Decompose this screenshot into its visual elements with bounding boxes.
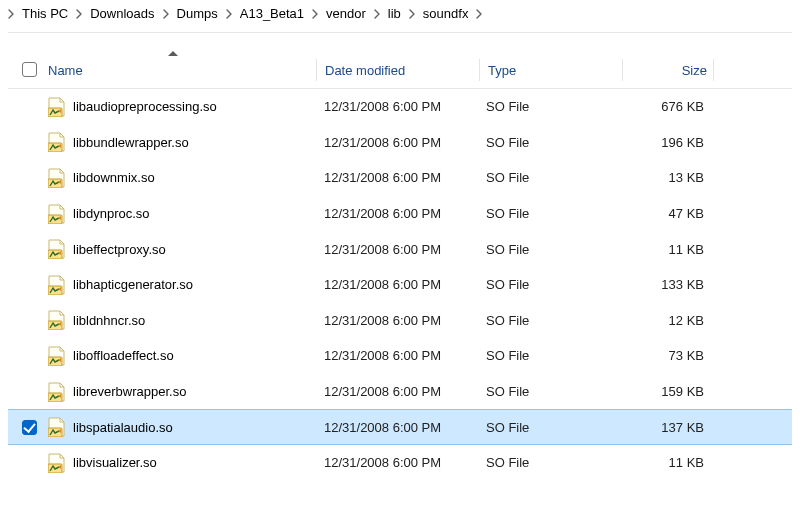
file-type-cell: SO File [478, 242, 620, 257]
breadcrumb[interactable]: This PCDownloadsDumpsA13_Beta1vendorlibs… [0, 0, 800, 28]
chevron-right-icon[interactable] [2, 9, 20, 19]
file-name-label: liboffloadeffect.so [73, 348, 174, 363]
file-name-cell[interactable]: libreverbwrapper.so [48, 382, 316, 402]
row-checkbox-cell[interactable] [22, 313, 48, 328]
file-icon [48, 382, 65, 402]
file-type-cell: SO File [478, 313, 620, 328]
file-name-cell[interactable]: libeffectproxy.so [48, 239, 316, 259]
breadcrumb-segment[interactable]: Downloads [88, 6, 156, 21]
file-icon [48, 453, 65, 473]
file-list: libaudiopreprocessing.so12/31/2008 6:00 … [8, 89, 792, 481]
row-checkbox-cell[interactable] [22, 242, 48, 257]
file-name-cell[interactable]: libspatialaudio.so [48, 417, 316, 437]
file-name-cell[interactable]: liboffloadeffect.so [48, 346, 316, 366]
file-type-cell: SO File [478, 420, 620, 435]
file-date-cell: 12/31/2008 6:00 PM [316, 206, 478, 221]
file-icon [48, 417, 65, 437]
row-checkbox-cell[interactable] [22, 455, 48, 470]
chevron-right-icon[interactable] [403, 9, 421, 19]
file-name-label: libreverbwrapper.so [73, 384, 186, 399]
breadcrumb-segment[interactable]: A13_Beta1 [238, 6, 306, 21]
file-row[interactable]: libdynproc.so12/31/2008 6:00 PMSO File47… [8, 196, 792, 232]
breadcrumb-segment[interactable]: This PC [20, 6, 70, 21]
file-size-cell: 676 KB [620, 99, 710, 114]
select-all-cell[interactable] [22, 62, 48, 77]
file-type-cell: SO File [478, 206, 620, 221]
file-row[interactable]: libreverbwrapper.so12/31/2008 6:00 PMSO … [8, 374, 792, 410]
file-name-cell[interactable]: libaudiopreprocessing.so [48, 97, 316, 117]
file-date-cell: 12/31/2008 6:00 PM [316, 348, 478, 363]
chevron-right-icon[interactable] [368, 9, 386, 19]
file-size-cell: 11 KB [620, 455, 710, 470]
file-icon [48, 275, 65, 295]
file-name-label: libdownmix.so [73, 170, 155, 185]
file-icon [48, 97, 65, 117]
file-date-cell: 12/31/2008 6:00 PM [316, 99, 478, 114]
file-name-label: libaudiopreprocessing.so [73, 99, 217, 114]
file-name-label: libeffectproxy.so [73, 242, 166, 257]
file-row[interactable]: libvisualizer.so12/31/2008 6:00 PMSO Fil… [8, 445, 792, 481]
breadcrumb-segment[interactable]: lib [386, 6, 403, 21]
file-name-cell[interactable]: libbundlewrapper.so [48, 132, 316, 152]
file-size-cell: 47 KB [620, 206, 710, 221]
file-icon [48, 310, 65, 330]
row-checkbox-cell[interactable] [22, 206, 48, 221]
chevron-right-icon[interactable] [306, 9, 324, 19]
file-name-label: libldnhncr.so [73, 313, 145, 328]
file-row[interactable]: libldnhncr.so12/31/2008 6:00 PMSO File12… [8, 303, 792, 339]
column-header-name[interactable]: Name [48, 61, 316, 78]
row-checkbox-cell[interactable] [22, 348, 48, 363]
chevron-right-icon[interactable] [70, 9, 88, 19]
file-name-cell[interactable]: libhapticgenerator.so [48, 275, 316, 295]
chevron-right-icon[interactable] [220, 9, 238, 19]
file-row[interactable]: libeffectproxy.so12/31/2008 6:00 PMSO Fi… [8, 231, 792, 267]
file-date-cell: 12/31/2008 6:00 PM [316, 242, 478, 257]
breadcrumb-segment[interactable]: Dumps [175, 6, 220, 21]
file-row[interactable]: libspatialaudio.so12/31/2008 6:00 PMSO F… [8, 409, 792, 445]
select-all-checkbox[interactable] [22, 62, 37, 77]
file-row[interactable]: libaudiopreprocessing.so12/31/2008 6:00 … [8, 89, 792, 125]
file-name-cell[interactable]: libdynproc.so [48, 204, 316, 224]
row-checkbox-cell[interactable] [22, 99, 48, 114]
chevron-right-icon[interactable] [157, 9, 175, 19]
file-row[interactable]: libbundlewrapper.so12/31/2008 6:00 PMSO … [8, 125, 792, 161]
column-header-size-label: Size [682, 63, 707, 78]
row-checkbox-cell[interactable] [22, 384, 48, 399]
file-row[interactable]: libhapticgenerator.so12/31/2008 6:00 PMS… [8, 267, 792, 303]
file-name-label: libspatialaudio.so [73, 420, 173, 435]
row-checkbox-cell[interactable] [22, 135, 48, 150]
file-size-cell: 196 KB [620, 135, 710, 150]
file-size-cell: 133 KB [620, 277, 710, 292]
file-date-cell: 12/31/2008 6:00 PM [316, 420, 478, 435]
breadcrumb-segment[interactable]: soundfx [421, 6, 471, 21]
sort-ascending-icon [168, 51, 178, 56]
column-header-type-label: Type [488, 63, 516, 78]
file-icon [48, 239, 65, 259]
file-name-cell[interactable]: libldnhncr.so [48, 310, 316, 330]
file-name-label: libbundlewrapper.so [73, 135, 189, 150]
file-row[interactable]: libdownmix.so12/31/2008 6:00 PMSO File13… [8, 160, 792, 196]
row-checkbox-cell[interactable] [22, 420, 48, 435]
file-type-cell: SO File [478, 384, 620, 399]
file-row[interactable]: liboffloadeffect.so12/31/2008 6:00 PMSO … [8, 338, 792, 374]
file-size-cell: 12 KB [620, 313, 710, 328]
file-type-cell: SO File [478, 277, 620, 292]
file-type-cell: SO File [478, 99, 620, 114]
file-date-cell: 12/31/2008 6:00 PM [316, 384, 478, 399]
file-size-cell: 11 KB [620, 242, 710, 257]
file-icon [48, 204, 65, 224]
column-headers: Name Date modified Type Size [8, 51, 792, 89]
column-header-type[interactable]: Type [480, 61, 622, 78]
row-checkbox-cell[interactable] [22, 170, 48, 185]
row-checkbox[interactable] [22, 420, 37, 435]
file-type-cell: SO File [478, 455, 620, 470]
row-checkbox-cell[interactable] [22, 277, 48, 292]
column-header-size[interactable]: Size [623, 61, 713, 78]
file-name-cell[interactable]: libvisualizer.so [48, 453, 316, 473]
breadcrumb-segment[interactable]: vendor [324, 6, 368, 21]
file-name-label: libdynproc.so [73, 206, 150, 221]
column-header-date[interactable]: Date modified [317, 61, 479, 78]
chevron-right-icon[interactable] [470, 9, 488, 19]
file-icon [48, 346, 65, 366]
file-name-cell[interactable]: libdownmix.so [48, 168, 316, 188]
